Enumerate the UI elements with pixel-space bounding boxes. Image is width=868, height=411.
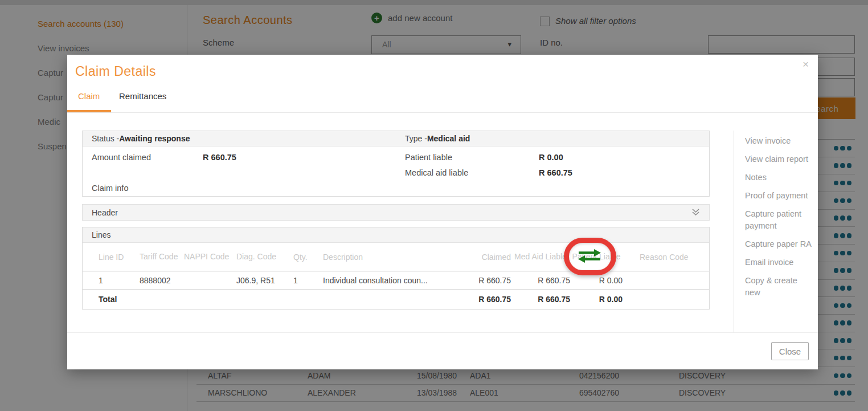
status-panel: Status - Awaiting response Type - Medica…	[82, 131, 710, 197]
cell-diag-code: J06.9, R51	[236, 276, 293, 285]
double-chevron-down-icon[interactable]	[691, 208, 700, 217]
total-med-aid-liable: R 660.75	[511, 295, 570, 304]
col-claimed: Claimed	[458, 253, 511, 262]
lines-table-header: Line ID Tariff Code NAPPI Code Diag. Cod…	[83, 243, 709, 271]
modal-footer-divider	[67, 332, 818, 333]
total-label: Total	[99, 295, 140, 304]
action-email-invoice[interactable]: Email invoice	[745, 257, 814, 268]
close-button[interactable]: Close	[771, 342, 809, 360]
close-icon[interactable]: ×	[803, 58, 809, 71]
col-qty: Qty.	[293, 253, 323, 262]
swap-columns-icon[interactable]	[574, 245, 605, 267]
medical-aid-liable-label: Medical aid liable	[405, 168, 468, 177]
tab-remittances[interactable]: Remittances	[119, 91, 166, 101]
patient-liable-value: R 0.00	[539, 153, 563, 162]
lines-section-header: Lines	[83, 227, 709, 243]
col-diag-code: Diag. Code	[236, 252, 293, 262]
modal-title: Claim Details	[75, 64, 156, 79]
type-label: Type -	[405, 134, 427, 143]
app-root: Search accounts (130) View invoices Capt…	[0, 0, 868, 411]
col-nappi-code: NAPPI Code	[184, 252, 236, 262]
col-line-id: Line ID	[99, 253, 140, 262]
lines-section-label: Lines	[92, 230, 110, 239]
action-capture-patient-payment[interactable]: Capture patient payment	[745, 208, 814, 232]
cell-tariff-code: 8888002	[140, 276, 184, 285]
action-proof-of-payment[interactable]: Proof of payment	[745, 190, 814, 202]
cell-description: Individual consultation coun...	[323, 276, 458, 285]
header-section-label: Header	[92, 208, 118, 217]
claim-details-modal: × Claim Details Claim Remittances Status…	[67, 55, 818, 369]
claim-info-label[interactable]: Claim info	[92, 184, 128, 193]
header-section[interactable]: Header	[82, 204, 710, 221]
status-label: Status -	[92, 134, 119, 143]
claim-actions-menu: View invoice View claim report Notes Pro…	[734, 131, 813, 332]
total-patient-liable: R 0.00	[570, 295, 623, 304]
action-capture-paper-ra[interactable]: Capture paper RA	[745, 238, 814, 250]
cell-patient-liable: R 0.00	[570, 276, 623, 285]
lines-table-total-row: Total R 660.75 R 660.75 R 0.00	[83, 290, 709, 308]
cell-qty: 1	[293, 276, 323, 285]
cell-claimed: R 660.75	[458, 276, 511, 285]
lines-table-row[interactable]: 1 8888002 J06.9, R51 1 Individual consul…	[83, 271, 709, 290]
lines-section: Lines Line ID Tariff Code NAPPI Code Dia…	[82, 227, 710, 310]
amount-claimed-label: Amount claimed	[92, 153, 151, 162]
status-panel-header: Status - Awaiting response Type - Medica…	[83, 131, 709, 147]
cell-med-aid-liable: R 660.75	[511, 276, 570, 285]
action-copy-create-new[interactable]: Copy & create new	[745, 275, 814, 299]
col-description: Description	[323, 253, 458, 262]
medical-aid-liable-value: R 660.75	[539, 168, 572, 177]
tab-claim[interactable]: Claim	[78, 91, 100, 101]
amount-claimed-value: R 660.75	[203, 153, 236, 162]
action-notes[interactable]: Notes	[745, 172, 814, 184]
action-view-invoice[interactable]: View invoice	[745, 135, 814, 147]
lines-table: Line ID Tariff Code NAPPI Code Diag. Cod…	[83, 243, 709, 308]
tab-divider-line	[67, 112, 818, 113]
total-claimed: R 660.75	[458, 295, 511, 304]
col-tariff-code: Tariff Code	[140, 252, 184, 262]
status-value: Awaiting response	[119, 134, 190, 143]
type-value: Medical aid	[427, 134, 470, 143]
cell-line-id: 1	[99, 276, 140, 285]
action-view-claim-report[interactable]: View claim report	[745, 153, 814, 165]
patient-liable-label: Patient liable	[405, 153, 452, 162]
col-med-aid-liable: Med Aid Liable	[511, 252, 570, 262]
type-wrap: Type - Medical aid	[405, 134, 470, 143]
col-reason-code: Reason Code	[640, 253, 702, 262]
